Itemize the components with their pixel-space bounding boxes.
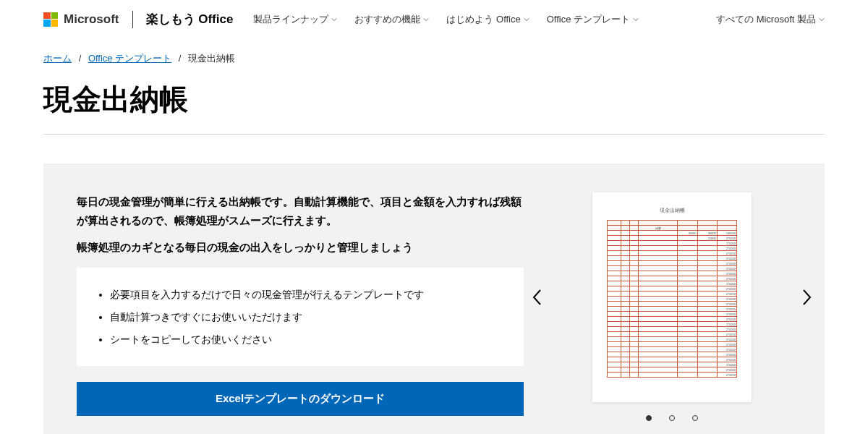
- feature-bullet: シートをコピーしてお使いください: [110, 328, 503, 351]
- hero-section: 毎日の現金管理が簡単に行える出納帳です。自動計算機能で、項目と金額を入力すれば残…: [43, 163, 825, 434]
- carousel: 現金出納帳 摘要 3000030000130000 25000275000 27…: [553, 192, 791, 402]
- header-divider: [132, 11, 133, 28]
- download-button[interactable]: Excelテンプレートのダウンロード: [77, 382, 524, 416]
- nav-product-lineup[interactable]: 製品ラインナップ: [253, 13, 337, 26]
- nav-label: はじめよう Office: [446, 13, 520, 26]
- chevron-left-icon: [532, 289, 542, 306]
- nav-label: 製品ラインナップ: [253, 13, 328, 26]
- nav-get-started[interactable]: はじめよう Office: [446, 13, 529, 26]
- carousel-dot-3[interactable]: [692, 415, 698, 421]
- chevron-down-icon: [423, 17, 429, 22]
- hero-right: 現金出納帳 摘要 3000030000130000 25000275000 27…: [553, 192, 791, 421]
- all-products-label: すべての Microsoft 製品: [716, 13, 816, 26]
- preview-table: 摘要 3000030000130000 25000275000 275000 2…: [607, 220, 737, 378]
- carousel-dot-1[interactable]: [646, 415, 652, 421]
- content-wrap: 毎日の現金管理が簡単に行える出納帳です。自動計算機能で、項目と金額を入力すれば残…: [0, 135, 868, 434]
- primary-nav: 製品ラインナップ おすすめの機能 はじめよう Office Office テンプ…: [253, 13, 716, 26]
- feature-bullet: 必要項目を入力するだけで日々の現金管理が行えるテンプレートです: [110, 284, 503, 306]
- breadcrumb-separator: /: [179, 53, 182, 64]
- chevron-down-icon: [819, 17, 825, 22]
- preview-title: 現金出納帳: [607, 207, 737, 214]
- carousel-prev-button[interactable]: [531, 287, 542, 307]
- microsoft-logo-icon: [43, 12, 58, 27]
- nav-label: おすすめの機能: [354, 13, 420, 26]
- nav-templates[interactable]: Office テンプレート: [547, 13, 639, 26]
- breadcrumb-separator: /: [79, 53, 82, 64]
- page-title: 現金出納帳: [0, 72, 868, 134]
- feature-box: 必要項目を入力するだけで日々の現金管理が行えるテンプレートです 自動計算つきです…: [77, 268, 524, 366]
- nav-label: Office テンプレート: [547, 13, 630, 26]
- carousel-next-button[interactable]: [801, 287, 813, 307]
- nav-recommended[interactable]: おすすめの機能: [354, 13, 429, 26]
- microsoft-wordmark: Microsoft: [64, 12, 119, 27]
- hero-left: 毎日の現金管理が簡単に行える出納帳です。自動計算機能で、項目と金額を入力すれば残…: [77, 192, 524, 421]
- microsoft-logo[interactable]: Microsoft: [43, 12, 119, 27]
- breadcrumb: ホーム / Office テンプレート / 現金出納帳: [0, 39, 868, 72]
- breadcrumb-current: 現金出納帳: [188, 53, 235, 64]
- chevron-right-icon: [802, 289, 812, 306]
- site-brand[interactable]: 楽しもう Office: [146, 11, 234, 27]
- chevron-down-icon: [331, 17, 337, 22]
- carousel-dot-2[interactable]: [669, 415, 675, 421]
- all-products-menu[interactable]: すべての Microsoft 製品: [716, 13, 825, 26]
- lead-text: 毎日の現金管理が簡単に行える出納帳です。自動計算機能で、項目と金額を入力すれば残…: [77, 192, 524, 229]
- feature-bullet: 自動計算つきですぐにお使いいただけます: [110, 306, 503, 328]
- carousel-dots: [646, 415, 698, 421]
- breadcrumb-templates[interactable]: Office テンプレート: [88, 53, 171, 64]
- template-preview[interactable]: 現金出納帳 摘要 3000030000130000 25000275000 27…: [592, 192, 752, 402]
- global-header: Microsoft 楽しもう Office 製品ラインナップ おすすめの機能 は…: [0, 0, 868, 39]
- sublead-text: 帳簿処理のカギとなる毎日の現金の出入をしっかりと管理しましょう: [77, 241, 524, 255]
- breadcrumb-home[interactable]: ホーム: [43, 53, 72, 64]
- chevron-down-icon: [524, 17, 529, 22]
- chevron-down-icon: [633, 17, 639, 22]
